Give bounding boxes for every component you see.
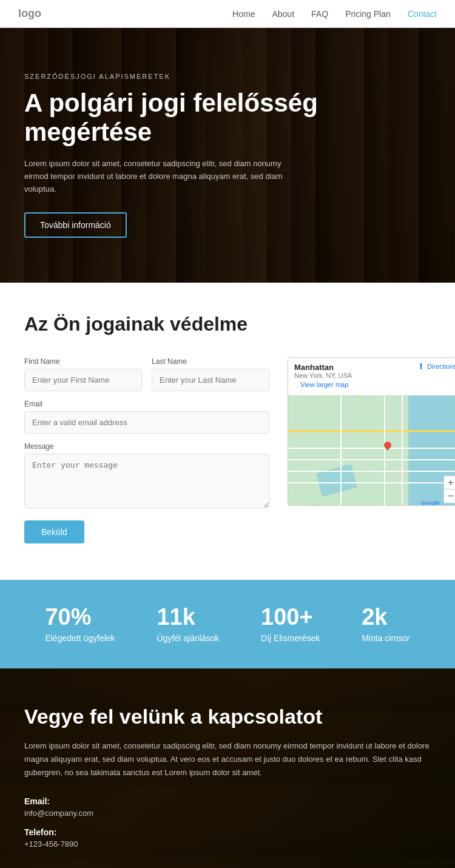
map-water-west	[316, 464, 357, 497]
last-name-input[interactable]	[152, 369, 269, 391]
map-location-info: Manhattan New York, NY, USA View larger …	[294, 363, 354, 390]
map-visual: + − Google Map data ©2024 Google Terms R…	[288, 395, 455, 506]
map-road-v2	[384, 395, 385, 506]
map-directions-link[interactable]: Directions	[417, 363, 455, 370]
submit-button[interactable]: Beküld	[24, 520, 84, 543]
email-group: Email	[24, 400, 269, 434]
email-input[interactable]	[24, 411, 269, 434]
map-location-sub: New York, NY, USA	[294, 372, 354, 379]
first-name-input[interactable]	[24, 369, 142, 391]
message-textarea[interactable]	[24, 454, 269, 508]
hero-description: Lorem ipsum dolor sit amet, consetetur s…	[24, 158, 285, 195]
map-container: Manhattan New York, NY, USA View larger …	[288, 357, 455, 506]
protect-title: Az Ön jogainak védelme	[24, 313, 431, 335]
last-name-group: Last Name	[152, 357, 269, 391]
map-road-v1	[358, 395, 359, 397]
protect-section: Az Ön jogainak védelme First Name Last N…	[0, 283, 455, 580]
stat-satisfied: 70% Elégedett ügyfelek	[45, 605, 115, 643]
map-google-logo: Google	[421, 500, 440, 506]
email-label: Email	[24, 400, 269, 408]
contact-section: Vegye fel velünk a kapcsolatot Lorem ips…	[0, 668, 455, 868]
map-zoom-out[interactable]: −	[444, 490, 455, 503]
map-view-larger-link[interactable]: View larger map	[294, 379, 354, 390]
message-group: Message	[24, 442, 269, 508]
map-zoom-controls: + −	[443, 476, 455, 503]
email-info-value: info@company.com	[24, 809, 431, 818]
hero-content: SZERZŐDÉSJOGI ALAPISMERETEK A polgári jo…	[0, 49, 364, 263]
stat-awards-number: 100+	[261, 605, 320, 628]
nav-about[interactable]: About	[272, 9, 294, 19]
contact-title: Vegye fel velünk a kapcsolatot	[24, 705, 431, 728]
map-road-h1	[288, 430, 455, 432]
map-road-h3	[288, 459, 455, 460]
map-road-v3	[402, 395, 403, 506]
first-name-label: First Name	[24, 357, 142, 366]
name-row: First Name Last Name	[24, 357, 269, 391]
hero-title: A polgári jogi felelősség megértése	[24, 89, 340, 147]
protect-body: First Name Last Name Email Message Bekül…	[24, 357, 431, 543]
nav-faq[interactable]: FAQ	[311, 9, 328, 19]
hero-cta-button[interactable]: További információ	[24, 212, 127, 238]
message-label: Message	[24, 442, 269, 451]
stat-recommendations-number: 11k	[157, 605, 219, 628]
map-attribution: Map data ©2024 Google Terms Report a map…	[291, 504, 400, 506]
map-road-h2	[288, 448, 455, 449]
stat-samples: 2k Minta cimsor	[362, 605, 410, 643]
hero-section: SZERZŐDÉSJOGI ALAPISMERETEK A polgári jo…	[0, 28, 455, 283]
stat-satisfied-label: Elégedett ügyfelek	[45, 633, 115, 643]
directions-icon	[417, 363, 425, 370]
nav-home[interactable]: Home	[232, 9, 255, 19]
map-location-name: Manhattan	[294, 363, 354, 372]
nav-contact[interactable]: Contact	[408, 9, 437, 19]
phone-info-label: Telefon:	[24, 827, 431, 837]
map-zoom-in[interactable]: +	[444, 476, 455, 490]
stats-section: 70% Elégedett ügyfelek 11k Ügyfél ajánlá…	[0, 580, 455, 668]
hero-subtitle: SZERZŐDÉSJOGI ALAPISMERETEK	[24, 73, 340, 80]
map-road-h5	[288, 482, 455, 483]
stat-recommendations: 11k Ügyfél ajánlások	[157, 605, 219, 643]
map-road-v4	[340, 395, 342, 506]
contact-description: Lorem ipsum dolor sit amet, consetetur s…	[24, 739, 431, 779]
first-name-group: First Name	[24, 357, 142, 391]
contact-content: Vegye fel velünk a kapcsolatot Lorem ips…	[24, 705, 431, 849]
map-road-h4	[288, 471, 455, 472]
map-header: Manhattan New York, NY, USA View larger …	[288, 358, 455, 395]
phone-info-value: +123-456-7890	[24, 839, 431, 849]
stat-awards-label: Díj Elismerések	[261, 633, 320, 643]
logo: logo	[18, 7, 41, 20]
stat-awards: 100+ Díj Elismerések	[261, 605, 320, 643]
navbar: logo Home About FAQ Pricing Plan Contact	[0, 0, 455, 28]
stat-recommendations-label: Ügyfél ajánlások	[157, 633, 219, 643]
stat-satisfied-number: 70%	[45, 605, 115, 628]
last-name-label: Last Name	[152, 357, 269, 366]
nav-pricing[interactable]: Pricing Plan	[345, 9, 391, 19]
nav-links: Home About FAQ Pricing Plan Contact	[232, 9, 437, 19]
stat-samples-label: Minta cimsor	[362, 633, 410, 643]
directions-label: Directions	[427, 363, 455, 370]
svg-rect-0	[420, 365, 422, 369]
email-info-label: Email:	[24, 796, 431, 806]
contact-form: First Name Last Name Email Message Bekül…	[24, 357, 269, 543]
stat-samples-number: 2k	[362, 605, 410, 628]
